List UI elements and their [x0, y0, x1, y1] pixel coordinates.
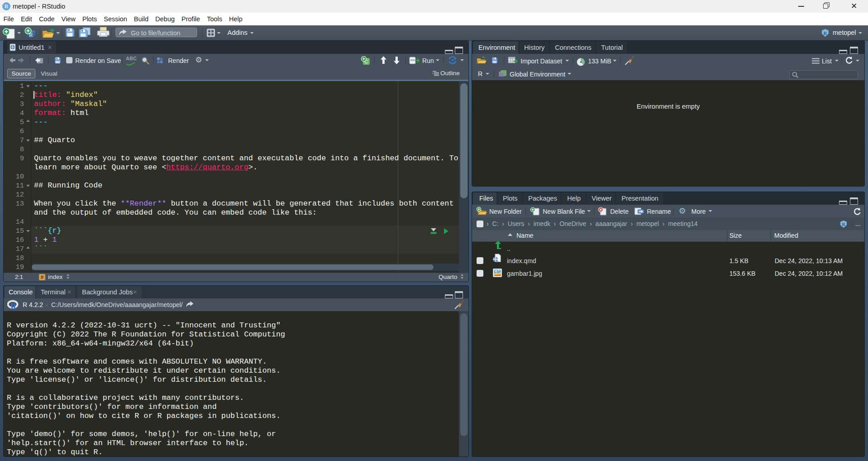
svg-text:R: R: [824, 31, 827, 36]
svg-text:R: R: [11, 302, 17, 311]
svg-text:R: R: [842, 222, 845, 227]
